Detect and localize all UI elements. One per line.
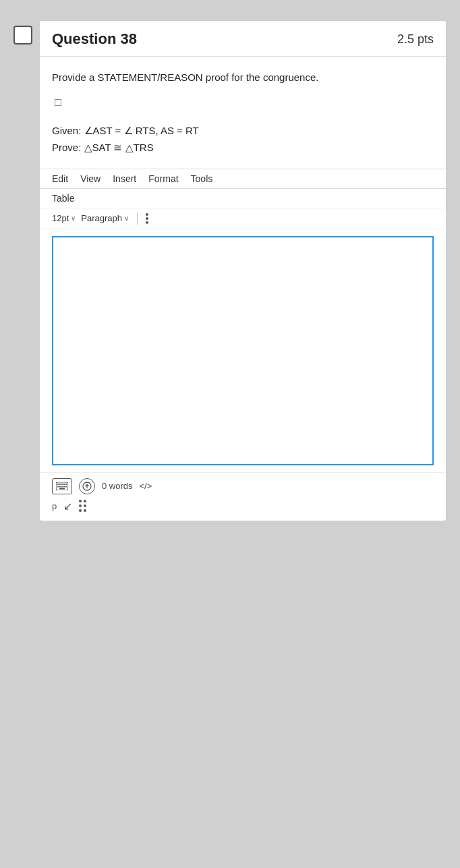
dot-2: [146, 217, 148, 220]
question-title: Question 38: [52, 30, 137, 48]
gdot-6: [84, 509, 86, 512]
prove-line: Prove: △SAT ≅ △TRS: [52, 139, 434, 156]
given-prove: Given: ∠AST = ∠ RTS, AS = RT Prove: △SAT…: [52, 122, 434, 156]
question-instruction: Provide a STATEMENT/REASON proof for the…: [52, 70, 434, 86]
menu-tools[interactable]: Tools: [191, 173, 213, 184]
paragraph-chevron: ∨: [124, 214, 129, 222]
menu-insert[interactable]: Insert: [113, 173, 136, 184]
font-size-value: 12pt: [52, 213, 69, 223]
svg-rect-10: [65, 486, 67, 487]
card-header: Question 38 2.5 pts: [40, 21, 446, 57]
dot-1: [146, 213, 148, 216]
svg-rect-11: [59, 488, 65, 489]
paragraph-select[interactable]: Paragraph ∨: [81, 213, 129, 223]
menu-format[interactable]: Format: [148, 173, 178, 184]
expand-icon[interactable]: ↙: [63, 500, 72, 513]
question-checkbox[interactable]: [13, 26, 32, 45]
gdot-5: [79, 509, 82, 512]
dot-3: [146, 221, 148, 224]
keyboard-icon[interactable]: [52, 478, 72, 494]
svg-rect-2: [59, 484, 61, 485]
svg-rect-3: [61, 484, 63, 485]
code-tag[interactable]: </>: [140, 481, 152, 491]
upload-icon[interactable]: [79, 478, 95, 494]
svg-rect-9: [63, 486, 65, 487]
svg-rect-6: [57, 486, 59, 487]
menu-bar: Edit View Insert Format Tools: [40, 169, 446, 189]
drag-handle[interactable]: [79, 500, 86, 512]
gdot-2: [84, 500, 86, 502]
svg-rect-8: [61, 486, 63, 487]
small-checkbox[interactable]: [55, 99, 61, 106]
word-count: 0 words: [102, 481, 133, 491]
question-card: Question 38 2.5 pts Provide a STATEMENT/…: [39, 20, 447, 521]
points-label: 2.5 pts: [397, 32, 434, 47]
more-options-button[interactable]: [146, 213, 148, 224]
gdot-3: [79, 504, 82, 507]
svg-rect-7: [59, 486, 61, 487]
svg-rect-5: [65, 484, 67, 485]
svg-rect-1: [57, 484, 59, 485]
bottom-row: p ↙: [40, 497, 446, 521]
status-bar: 0 words </>: [40, 472, 446, 497]
p-label: p: [52, 501, 57, 511]
table-label: Table: [52, 193, 74, 204]
toolbar-divider: [137, 212, 138, 225]
menu-view[interactable]: View: [80, 173, 100, 184]
card-body: Provide a STATEMENT/REASON proof for the…: [40, 57, 446, 521]
paragraph-value: Paragraph: [81, 213, 122, 223]
font-size-chevron: ∨: [71, 214, 76, 222]
menu-edit[interactable]: Edit: [52, 173, 68, 184]
given-line: Given: ∠AST = ∠ RTS, AS = RT: [52, 122, 434, 140]
gdot-1: [79, 500, 82, 502]
font-size-select[interactable]: 12pt ∨: [52, 213, 76, 223]
gdot-4: [84, 504, 86, 507]
toolbar: 12pt ∨ Paragraph ∨: [40, 208, 446, 229]
svg-rect-4: [63, 484, 65, 485]
table-row[interactable]: Table: [40, 189, 446, 208]
page-wrapper: Question 38 2.5 pts Provide a STATEMENT/…: [13, 20, 447, 521]
editor-area[interactable]: [52, 236, 434, 465]
